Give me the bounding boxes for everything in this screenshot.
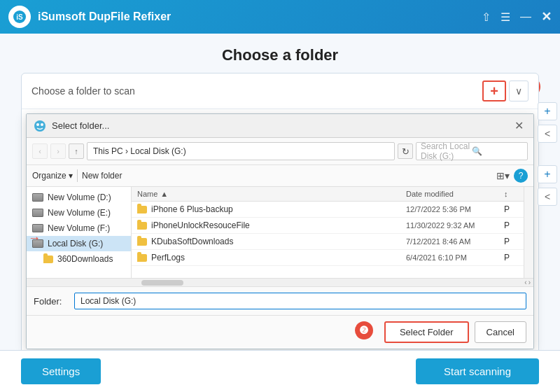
spacer bbox=[538, 147, 557, 161]
folder-input-row: Folder: bbox=[27, 286, 533, 315]
file-row[interactable]: KDubaSoftDownloads 7/12/2021 8:46 AM P bbox=[132, 234, 524, 250]
folder-input[interactable] bbox=[74, 293, 526, 309]
search-box[interactable]: Search Local Disk (G:) 🔍 bbox=[416, 142, 528, 160]
search-placeholder: Search Local Disk (G:) bbox=[421, 141, 472, 161]
file-date: 11/30/2022 9:32 AM bbox=[406, 221, 504, 230]
file-row[interactable]: PerfLogs 6/4/2021 6:10 PM P bbox=[132, 250, 524, 266]
drive-item-e[interactable]: New Volume (E:) bbox=[27, 205, 131, 220]
toolbar-separator bbox=[77, 169, 78, 182]
folder-icon bbox=[43, 255, 53, 263]
dialog-title: Select folder... bbox=[52, 120, 512, 131]
minimize-icon[interactable]: — bbox=[520, 10, 531, 23]
bottom-bar: Settings Start scanning bbox=[0, 350, 560, 392]
forward-button[interactable]: › bbox=[50, 144, 66, 159]
step2-badge: ❷ bbox=[355, 321, 373, 340]
file-row[interactable]: iPhoneUnlockResouceFile 11/30/2022 9:32 … bbox=[132, 218, 524, 234]
view-list-icon[interactable]: ⊞▾ bbox=[496, 170, 510, 181]
folder-icon bbox=[137, 254, 147, 262]
file-dialog: Select folder... ✕ ‹ › ↑ This PC › Local… bbox=[26, 113, 534, 349]
col-date-header[interactable]: Date modified bbox=[406, 190, 504, 198]
file-name: iPhoneUnlockResouceFile bbox=[151, 220, 250, 230]
add-folder-button[interactable]: + bbox=[482, 80, 506, 102]
files-panel: Name ▲ Date modified ↕ iPhone 6 Plus-bac… bbox=[132, 187, 524, 278]
col-extra-header: ↕ bbox=[504, 190, 518, 198]
file-extra: P bbox=[504, 253, 518, 262]
h-scrollbar-thumb bbox=[141, 280, 183, 286]
svg-point-2 bbox=[34, 120, 46, 132]
folder-label: Folder: bbox=[34, 296, 69, 307]
dialog-close-icon[interactable]: ✕ bbox=[512, 119, 526, 132]
sort-icon: ▲ bbox=[160, 190, 168, 198]
file-name: PerfLogs bbox=[151, 253, 185, 262]
share-icon[interactable]: ⇧ bbox=[482, 10, 491, 24]
drive-item-d[interactable]: New Volume (D:) bbox=[27, 190, 131, 205]
folder-icon bbox=[137, 206, 147, 214]
scan-panel-header: Choose a folder to scan + ∨ bbox=[22, 74, 538, 109]
files-header: Name ▲ Date modified ↕ bbox=[132, 187, 524, 202]
select-folder-button[interactable]: Select Folder bbox=[384, 321, 469, 343]
menu-icon[interactable]: ☰ bbox=[500, 10, 510, 24]
scan-panel: Choose a folder to scan + ∨ Select folde… bbox=[21, 73, 539, 350]
folder-icon bbox=[137, 238, 147, 246]
app-title: iSumsoft DupFile Refixer bbox=[38, 10, 482, 23]
file-name: iPhone 6 Plus-backup bbox=[151, 204, 233, 214]
organize-button[interactable]: Organize ▾ bbox=[32, 171, 73, 181]
main-content: ❶ Choose a folder Choose a folder to sca… bbox=[0, 34, 560, 350]
new-folder-button[interactable]: New folder bbox=[82, 171, 122, 181]
svg-point-4 bbox=[41, 123, 43, 126]
file-date: 6/4/2021 6:10 PM bbox=[406, 253, 504, 262]
up-button[interactable]: ↑ bbox=[69, 144, 84, 159]
dialog-actions: ❷ Select Folder Cancel bbox=[27, 315, 533, 349]
svg-text:iS: iS bbox=[16, 13, 23, 21]
file-extra: P bbox=[504, 220, 518, 230]
start-scanning-button[interactable]: Start scanning bbox=[416, 358, 539, 384]
app-logo: iS bbox=[8, 6, 31, 28]
file-date: 7/12/2021 8:46 AM bbox=[406, 237, 504, 246]
page-title: Choose a folder bbox=[21, 34, 539, 73]
toolbar-right: ⊞▾ ? bbox=[496, 169, 528, 183]
dialog-nav: ‹ › ↑ This PC › Local Disk (G:) ↻ Search… bbox=[27, 138, 533, 165]
chevron-down-button[interactable]: ∨ bbox=[509, 80, 528, 102]
dialog-toolbar: Organize ▾ New folder ⊞▾ ? bbox=[27, 165, 533, 187]
files-scrollbar[interactable] bbox=[524, 187, 533, 278]
add-right2-button[interactable]: + bbox=[538, 165, 557, 183]
scroll-right-icon[interactable]: › bbox=[528, 279, 531, 286]
less-right-button[interactable]: < bbox=[538, 125, 557, 143]
dialog-titlebar: Select folder... ✕ bbox=[27, 114, 533, 138]
file-extra: P bbox=[504, 237, 518, 246]
breadcrumb[interactable]: This PC › Local Disk (G:) bbox=[87, 142, 395, 160]
back-button[interactable]: ‹ bbox=[32, 144, 48, 159]
folder-icon bbox=[137, 222, 147, 230]
settings-button[interactable]: Settings bbox=[21, 358, 101, 384]
drive-label: Local Disk (G:) bbox=[48, 239, 103, 248]
file-date: 12/7/2022 5:36 PM bbox=[406, 205, 504, 214]
file-row[interactable]: iPhone 6 Plus-backup 12/7/2022 5:36 PM P bbox=[132, 202, 524, 218]
hdd-icon bbox=[32, 209, 43, 217]
file-name: KDubaSoftDownloads bbox=[151, 237, 233, 246]
drive-label: New Volume (D:) bbox=[48, 192, 111, 202]
svg-point-3 bbox=[36, 123, 39, 126]
folder-browse-icon bbox=[34, 120, 46, 132]
titlebar: iS iSumsoft DupFile Refixer ⇧ ☰ — ✕ bbox=[0, 0, 560, 34]
cancel-button[interactable]: Cancel bbox=[475, 321, 526, 343]
drive-label: New Volume (E:) bbox=[48, 208, 111, 218]
refresh-button[interactable]: ↻ bbox=[398, 144, 413, 159]
close-icon[interactable]: ✕ bbox=[541, 9, 552, 24]
col-name-header[interactable]: Name ▲ bbox=[137, 190, 406, 198]
hdd-icon bbox=[32, 193, 43, 202]
arrow-indicator: → bbox=[28, 230, 41, 245]
scan-panel-label: Choose a folder to scan bbox=[31, 85, 482, 97]
help-icon[interactable]: ? bbox=[514, 169, 528, 183]
drive-item-f[interactable]: New Volume (F:) bbox=[27, 220, 131, 236]
drives-panel: → New Volume (D:) New Volume (E:) New Vo… bbox=[27, 187, 132, 278]
file-extra: P bbox=[504, 204, 518, 214]
scroll-left-icon[interactable]: ‹ bbox=[524, 279, 526, 286]
add-right-button[interactable]: + bbox=[538, 102, 557, 120]
window-controls: ⇧ ☰ — ✕ bbox=[482, 9, 552, 24]
h-scrollbar[interactable]: ‹ › bbox=[27, 278, 533, 286]
search-icon: 🔍 bbox=[472, 146, 523, 156]
right-panel-buttons: + < + < bbox=[538, 102, 557, 206]
subfolder-360downloads[interactable]: 360Downloads bbox=[27, 251, 131, 267]
drive-item-g[interactable]: Local Disk (G:) bbox=[27, 236, 131, 251]
less-right2-button[interactable]: < bbox=[538, 188, 557, 206]
